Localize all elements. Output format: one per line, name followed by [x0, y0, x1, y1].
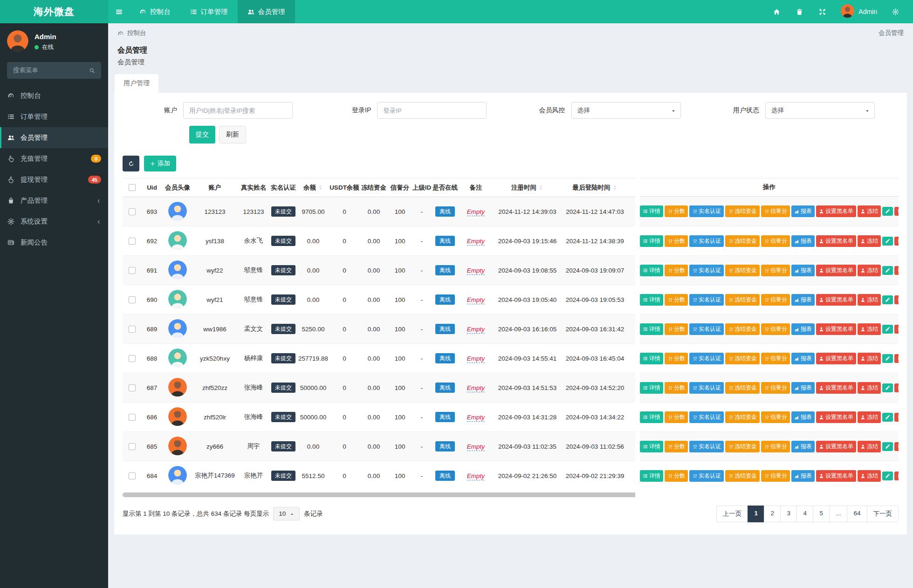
row-checkbox[interactable]: [129, 355, 136, 362]
remark-editable[interactable]: Empty: [467, 238, 485, 246]
report-button[interactable]: 报表: [791, 205, 815, 217]
report-button[interactable]: 报表: [791, 470, 815, 482]
score-button[interactable]: 分数: [665, 441, 688, 452]
credit-score-button[interactable]: 信誉分: [761, 382, 790, 394]
score-button[interactable]: 分数: [665, 205, 688, 217]
edit-button[interactable]: [882, 472, 893, 480]
home-button[interactable]: [768, 0, 786, 23]
freeze-funds-button[interactable]: 冻结资金: [725, 235, 760, 247]
blacklist-button[interactable]: 设置黑名单: [816, 323, 856, 335]
realname-auth-button[interactable]: 实名认证: [689, 470, 724, 482]
remark-editable[interactable]: Empty: [467, 267, 485, 275]
blacklist-button[interactable]: 设置黑名单: [816, 265, 856, 276]
freeze-funds-button[interactable]: 冻结资金: [725, 441, 760, 452]
edit-button[interactable]: [882, 413, 893, 422]
detail-button[interactable]: 详情: [640, 353, 663, 364]
add-member-button[interactable]: 添加: [144, 156, 176, 171]
row-checkbox[interactable]: [129, 208, 136, 215]
detail-button[interactable]: 详情: [640, 235, 663, 247]
nav-item-2[interactable]: 会员管理: [238, 0, 295, 23]
nav-item-1[interactable]: 订单管理: [180, 0, 238, 23]
blacklist-button[interactable]: 设置黑名单: [816, 382, 856, 394]
blacklist-button[interactable]: 设置黑名单: [816, 353, 856, 364]
edit-button[interactable]: [882, 237, 893, 246]
freeze-button[interactable]: 冻结: [858, 205, 881, 217]
realname-auth-button[interactable]: 实名认证: [689, 294, 724, 306]
detail-button[interactable]: 详情: [640, 265, 663, 276]
delete-button[interactable]: [894, 472, 899, 480]
score-button[interactable]: 分数: [665, 235, 688, 247]
score-button[interactable]: 分数: [665, 265, 688, 276]
sidebar-item-3[interactable]: 充值管理0: [0, 148, 108, 169]
report-button[interactable]: 报表: [791, 441, 815, 452]
next-page-button[interactable]: 下一页: [867, 506, 899, 522]
nav-item-0[interactable]: 控制台: [130, 0, 180, 23]
freeze-funds-button[interactable]: 冻结资金: [725, 265, 760, 276]
remark-editable[interactable]: Empty: [467, 296, 485, 304]
row-checkbox[interactable]: [129, 472, 136, 479]
remark-editable[interactable]: Empty: [467, 208, 485, 216]
blacklist-button[interactable]: 设置黑名单: [816, 235, 856, 247]
row-checkbox[interactable]: [129, 326, 136, 333]
edit-button[interactable]: [882, 295, 893, 304]
remark-editable[interactable]: Empty: [467, 326, 485, 334]
credit-score-button[interactable]: 信誉分: [761, 205, 790, 217]
risk-select[interactable]: 选择: [571, 102, 681, 119]
page-button-2[interactable]: 2: [764, 506, 781, 522]
credit-score-button[interactable]: 信誉分: [761, 265, 790, 276]
credit-score-button[interactable]: 信誉分: [761, 441, 790, 452]
freeze-button[interactable]: 冻结: [858, 323, 881, 335]
detail-button[interactable]: 详情: [640, 382, 663, 394]
blacklist-button[interactable]: 设置黑名单: [816, 294, 856, 306]
delete-button[interactable]: [894, 207, 899, 216]
row-checkbox[interactable]: [129, 384, 136, 391]
realname-auth-button[interactable]: 实名认证: [689, 441, 724, 452]
realname-auth-button[interactable]: 实名认证: [689, 265, 724, 276]
blacklist-button[interactable]: 设置黑名单: [816, 205, 856, 217]
delete-button[interactable]: [894, 325, 899, 334]
sidebar-toggle-button[interactable]: [108, 0, 130, 23]
freeze-funds-button[interactable]: 冻结资金: [725, 323, 760, 335]
user-status-select[interactable]: 选择: [765, 102, 875, 119]
report-button[interactable]: 报表: [791, 294, 815, 306]
realname-auth-button[interactable]: 实名认证: [689, 353, 724, 364]
freeze-button[interactable]: 冻结: [858, 382, 881, 394]
delete-button[interactable]: [894, 295, 899, 304]
detail-button[interactable]: 详情: [640, 470, 663, 482]
delete-button[interactable]: [894, 237, 899, 246]
realname-auth-button[interactable]: 实名认证: [689, 382, 724, 394]
report-button[interactable]: 报表: [791, 411, 815, 423]
select-all-header[interactable]: [123, 178, 141, 197]
edit-button[interactable]: [882, 266, 893, 275]
fullscreen-button[interactable]: [813, 0, 831, 23]
freeze-button[interactable]: 冻结: [858, 441, 881, 452]
breadcrumb-dashboard-link[interactable]: 控制台: [117, 29, 146, 37]
select-all-checkbox[interactable]: [129, 184, 136, 191]
realname-auth-button[interactable]: 实名认证: [689, 411, 724, 423]
credit-score-button[interactable]: 信誉分: [761, 294, 790, 306]
login-ip-input[interactable]: [377, 102, 487, 119]
realname-auth-button[interactable]: 实名认证: [689, 205, 724, 217]
freeze-button[interactable]: 冻结: [858, 470, 881, 482]
trash-button[interactable]: [790, 0, 809, 23]
column-header-13[interactable]: 注册时间: [494, 178, 561, 197]
page-button-5[interactable]: 5: [813, 506, 830, 522]
edit-button[interactable]: [882, 354, 893, 363]
sidebar-item-7[interactable]: 新闻公告: [0, 232, 108, 253]
freeze-funds-button[interactable]: 冻结资金: [725, 382, 760, 394]
delete-button[interactable]: [894, 383, 899, 392]
submit-button[interactable]: 提交: [189, 126, 215, 144]
freeze-button[interactable]: 冻结: [858, 235, 881, 247]
refresh-table-button[interactable]: [123, 156, 139, 171]
freeze-funds-button[interactable]: 冻结资金: [725, 353, 760, 364]
detail-button[interactable]: 详情: [640, 441, 663, 452]
remark-editable[interactable]: Empty: [467, 472, 485, 480]
blacklist-button[interactable]: 设置黑名单: [816, 411, 856, 423]
page-button-1[interactable]: 1: [748, 506, 764, 522]
score-button[interactable]: 分数: [665, 294, 688, 306]
credit-score-button[interactable]: 信誉分: [761, 235, 790, 247]
freeze-button[interactable]: 冻结: [858, 265, 881, 276]
realname-auth-button[interactable]: 实名认证: [689, 323, 724, 335]
sidebar-item-6[interactable]: 系统设置: [0, 211, 108, 232]
delete-button[interactable]: [894, 413, 899, 422]
